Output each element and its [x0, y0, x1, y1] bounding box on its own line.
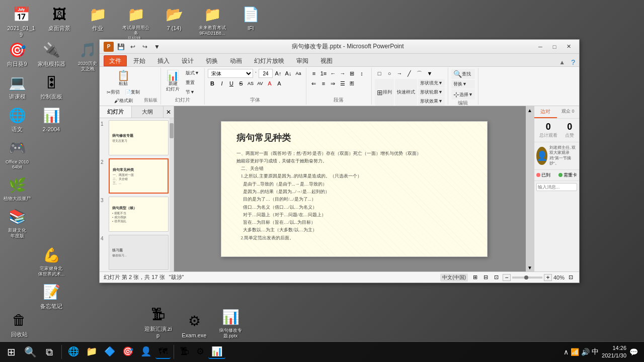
search-button[interactable]: 🔍	[21, 343, 39, 361]
italic-button[interactable]: I	[217, 79, 226, 88]
desktop-icon-lecture[interactable]: 💻 讲课模	[0, 70, 34, 102]
numbering-button[interactable]: 1≡	[319, 69, 328, 78]
redo-button[interactable]: ↪	[140, 42, 150, 51]
format-painter-button[interactable]: 🖌 格式刷	[112, 97, 135, 105]
desktop-icon-zip[interactable]: 🗜 迎新汇演.zip	[141, 303, 175, 341]
desktop-icon-examexe[interactable]: ⚙ Exam.exe	[177, 309, 211, 341]
reset-button[interactable]: 重置	[184, 78, 201, 87]
replace-button[interactable]: 替换▼	[451, 80, 475, 88]
font-size-down-button[interactable]: A↓	[284, 69, 293, 78]
minimize-button[interactable]: ─	[534, 42, 547, 51]
tray-chevron[interactable]: ∧	[564, 348, 569, 356]
tray-ime[interactable]: 中	[592, 347, 599, 356]
scroll-track[interactable]	[526, 114, 534, 263]
paste-button[interactable]: 📋 粘贴	[115, 69, 132, 88]
quick-style-button[interactable]: 快速样式	[395, 79, 417, 106]
slide-item-2[interactable]: 2 病句常见种类 一、两面对一面二、关合错三、...	[101, 158, 169, 194]
zoom-slider[interactable]	[512, 277, 542, 279]
align-left-button[interactable]: ⇐	[309, 79, 318, 88]
scroll-up-button[interactable]: ▲	[526, 106, 534, 114]
desktop-icon-pptfile[interactable]: 📊 病句修改专题.pptx	[213, 305, 248, 341]
tray-network[interactable]: 📶	[571, 348, 579, 356]
slide-thumb-1[interactable]: 病句修改专题 语文总复习	[109, 120, 169, 155]
slide-thumb-4[interactable]: 练习题 修改练习...	[109, 235, 169, 270]
undo-button[interactable]: ↩	[128, 42, 138, 51]
zoom-out-button[interactable]: −	[503, 274, 511, 281]
find-button[interactable]: 🔍 查找	[451, 69, 475, 79]
arrange-button[interactable]: ⊞ 排列	[375, 79, 394, 106]
taskbar-files[interactable]: 📁	[83, 345, 100, 359]
taskbar-browser2[interactable]: 🔷	[101, 345, 118, 359]
shape-effect-button[interactable]: 形状效果▼	[418, 97, 445, 106]
font-family-select[interactable]: 宋体	[208, 69, 253, 78]
desktop-icon-7[interactable]: 📂 7 (14)	[157, 2, 191, 34]
taskbar-edge[interactable]: 🌐	[65, 345, 82, 359]
desktop-icon-office2010[interactable]: 🎮 Office 201064bit	[0, 136, 34, 172]
taskbar-zip[interactable]: 🗜	[177, 345, 192, 359]
tab-outline[interactable]: 大纲	[132, 106, 164, 118]
tab-animations[interactable]: 动画	[224, 55, 248, 66]
shape-fill-button[interactable]: 形状填充▼	[418, 79, 445, 87]
start-button[interactable]: ⊞	[2, 343, 20, 361]
shape-outline-button[interactable]: 形状轮廓▼	[418, 88, 445, 97]
desktop-icon-ifl[interactable]: 📄 IFl	[233, 2, 268, 34]
tab-home[interactable]: 开始	[128, 55, 151, 66]
cut-button[interactable]: ✂ 剪切	[105, 88, 122, 97]
desktop-icon-plants[interactable]: 🌿 植物大战僵尸	[0, 173, 34, 204]
highlight-button[interactable]: A	[275, 79, 284, 88]
taskbar-teams[interactable]: 🗺	[155, 345, 171, 359]
shape-line[interactable]: ╱	[405, 69, 414, 78]
strikethrough-button[interactable]: S	[236, 79, 246, 88]
slide-thumb-2[interactable]: 病句常见种类 一、两面对一面二、关合错三、...	[109, 158, 169, 194]
bold-button[interactable]: B	[208, 79, 217, 88]
font-size-input[interactable]	[259, 69, 273, 78]
copy-button[interactable]: 📄 复制	[123, 88, 142, 97]
shape-arrow[interactable]: →	[395, 69, 404, 78]
slide-item-1[interactable]: 1 病句修改专题 语文总复习	[101, 120, 169, 155]
tab-design[interactable]: 设计	[176, 55, 199, 66]
tab-transitions[interactable]: 切换	[200, 55, 223, 66]
view-reading-button[interactable]: ⊡	[492, 273, 501, 282]
font-clear-button[interactable]: Aa	[294, 69, 303, 78]
rp-tab-presenter[interactable]: 边对	[534, 106, 557, 118]
slide-item-4[interactable]: 4 练习题 修改练习...	[101, 235, 169, 270]
qa-dropdown-button[interactable]: ▼	[152, 42, 162, 51]
font-color-button[interactable]: A	[265, 79, 274, 88]
tab-view[interactable]: 视图	[315, 55, 338, 66]
bullets-button[interactable]: ≡	[309, 69, 318, 78]
view-slide-sorter-button[interactable]: ⊟	[481, 273, 491, 282]
decrease-indent-button[interactable]: ←	[329, 69, 338, 78]
shape-rect[interactable]: □	[375, 69, 384, 78]
desktop-icon-exam-folder[interactable]: 📁 考试录用用公务员招聘...	[119, 2, 153, 43]
language-indicator[interactable]: 中文(中国)	[440, 274, 468, 282]
spacing-button[interactable]: AV	[256, 79, 265, 88]
slide-item-3[interactable]: 3 病句类型（续） • 搭配不当• 成分残缺• 语序混乱	[101, 197, 169, 232]
tab-slides[interactable]: 幻灯片	[100, 106, 132, 118]
section-button[interactable]: 节▼	[184, 88, 201, 97]
slide-thumb-3[interactable]: 病句类型（续） • 搭配不当• 成分残缺• 语序混乱	[109, 197, 169, 232]
desktop-icon-language[interactable]: 🌐 语文	[0, 103, 34, 135]
align-right-button[interactable]: ⇒	[329, 79, 338, 88]
save-quick-button[interactable]: 💾	[116, 42, 126, 51]
desktop-icon-control-panel[interactable]: 🎛 控制面板	[34, 70, 68, 102]
taskbar-pptfile[interactable]: 📊	[208, 345, 225, 359]
view-normal-button[interactable]: ⊞	[471, 273, 480, 282]
smart-art-button[interactable]: 图	[348, 79, 357, 88]
new-slide-button[interactable]: 📊 新建幻灯片	[164, 69, 182, 94]
align-center-button[interactable]: ≡	[319, 79, 328, 88]
layout-button[interactable]: 版式▼	[184, 69, 201, 77]
task-view-button[interactable]: ⧉	[40, 343, 58, 361]
text-shadow-button[interactable]: AS	[246, 79, 255, 88]
justify-button[interactable]: ☰	[338, 79, 347, 88]
desktop-icon-date[interactable]: 📅 2021_01_19	[4, 2, 38, 40]
slide-scrollbar[interactable]	[170, 118, 174, 272]
desktop-icon-newbook[interactable]: 📚 新建文化年度版	[0, 205, 34, 241]
taskbar-exam[interactable]: ⚙	[193, 345, 207, 359]
rp-tab-audience[interactable]: 观众 0	[557, 106, 580, 118]
desktop-icon-memo[interactable]: 📝 备忘笔记	[34, 280, 68, 312]
desktop-icon-future-edu[interactable]: 📁 未来教育考试9FAD21B8...	[195, 2, 229, 38]
taskbar-people[interactable]: 👤	[137, 345, 154, 359]
desktop-icon-trash[interactable]: 🗑 回收站	[2, 308, 36, 340]
slide-scroll-thumb[interactable]	[170, 123, 174, 138]
main-scrollbar[interactable]: ▲ ▼	[526, 106, 534, 272]
